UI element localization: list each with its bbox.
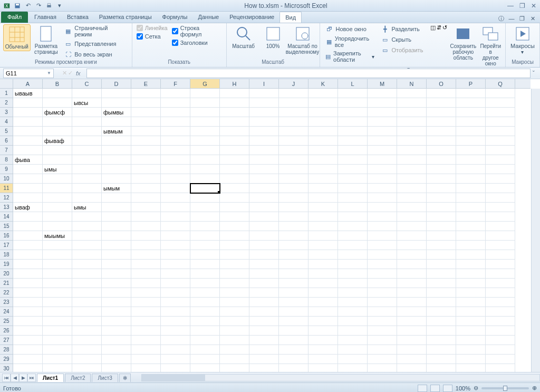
zoom-level[interactable]: 100% bbox=[456, 385, 470, 391]
cell-J3[interactable] bbox=[279, 108, 308, 117]
cell-D14[interactable] bbox=[102, 212, 131, 222]
cell-Q1[interactable] bbox=[486, 89, 515, 98]
cell-I18[interactable] bbox=[249, 250, 279, 260]
cell-L24[interactable] bbox=[338, 307, 368, 317]
cell-N18[interactable] bbox=[397, 250, 427, 260]
cell-L14[interactable] bbox=[338, 212, 368, 222]
cell-I5[interactable] bbox=[249, 127, 279, 136]
macros-button[interactable]: Макросы▾ bbox=[509, 24, 536, 56]
cell-H30[interactable] bbox=[220, 364, 249, 372]
cell-F5[interactable] bbox=[161, 127, 190, 136]
ribbon-close-icon[interactable]: ✕ bbox=[528, 14, 537, 23]
sheet-nav-last-icon[interactable]: ⏭ bbox=[27, 374, 36, 382]
cell-G12[interactable] bbox=[190, 193, 220, 203]
cell-P4[interactable] bbox=[456, 117, 486, 127]
cell-G18[interactable] bbox=[190, 250, 220, 260]
tab-pagelayout[interactable]: Разметка страницы bbox=[94, 12, 157, 23]
ribbon-restore-icon[interactable]: ❐ bbox=[518, 14, 526, 23]
cell-C7[interactable] bbox=[72, 146, 102, 155]
cell-M28[interactable] bbox=[368, 345, 397, 355]
row-header-8[interactable]: 8 bbox=[0, 155, 13, 165]
qat-save-icon[interactable] bbox=[13, 1, 22, 11]
restore-icon[interactable]: ❐ bbox=[518, 2, 526, 10]
cell-O1[interactable] bbox=[427, 89, 456, 98]
cell-B27[interactable] bbox=[43, 336, 72, 345]
cell-P15[interactable] bbox=[456, 222, 486, 231]
cell-L30[interactable] bbox=[338, 364, 368, 372]
cell-H13[interactable] bbox=[220, 203, 249, 212]
cell-K30[interactable] bbox=[308, 364, 338, 372]
row-header-9[interactable]: 9 bbox=[0, 165, 13, 174]
cell-B2[interactable] bbox=[43, 98, 72, 108]
row-header-17[interactable]: 17 bbox=[0, 241, 13, 250]
col-header-K[interactable]: K bbox=[308, 79, 338, 88]
cell-M12[interactable] bbox=[368, 193, 397, 203]
cell-G8[interactable] bbox=[190, 155, 220, 165]
cell-F3[interactable] bbox=[161, 108, 190, 117]
cell-J8[interactable] bbox=[279, 155, 308, 165]
cell-L13[interactable] bbox=[338, 203, 368, 212]
cell-P11[interactable] bbox=[456, 184, 486, 193]
cell-B5[interactable] bbox=[43, 127, 72, 136]
cell-E14[interactable] bbox=[131, 212, 161, 222]
cell-O15[interactable] bbox=[427, 222, 456, 231]
cell-A24[interactable] bbox=[13, 307, 43, 317]
cell-G11[interactable] bbox=[190, 184, 220, 193]
cell-L5[interactable] bbox=[338, 127, 368, 136]
cell-Q11[interactable] bbox=[486, 184, 515, 193]
cell-Q19[interactable] bbox=[486, 260, 515, 269]
cell-F8[interactable] bbox=[161, 155, 190, 165]
cell-O16[interactable] bbox=[427, 231, 456, 241]
cell-G26[interactable] bbox=[190, 326, 220, 336]
row-header-29[interactable]: 29 bbox=[0, 355, 13, 364]
new-window-button[interactable]: 🗗Новое окно bbox=[323, 24, 377, 34]
cell-H17[interactable] bbox=[220, 241, 249, 250]
cell-M17[interactable] bbox=[368, 241, 397, 250]
cell-N19[interactable] bbox=[397, 260, 427, 269]
cell-K11[interactable] bbox=[308, 184, 338, 193]
cell-N8[interactable] bbox=[397, 155, 427, 165]
cell-H9[interactable] bbox=[220, 165, 249, 174]
cell-O3[interactable] bbox=[427, 108, 456, 117]
cell-O21[interactable] bbox=[427, 279, 456, 288]
cell-C20[interactable] bbox=[72, 269, 102, 279]
qat-redo-icon[interactable]: ↷ bbox=[34, 1, 43, 11]
col-header-M[interactable]: M bbox=[368, 79, 397, 88]
cell-A20[interactable] bbox=[13, 269, 43, 279]
row-header-23[interactable]: 23 bbox=[0, 298, 13, 307]
cell-K24[interactable] bbox=[308, 307, 338, 317]
cell-L3[interactable] bbox=[338, 108, 368, 117]
view-pagelayout-icon[interactable] bbox=[430, 385, 440, 392]
cell-E4[interactable] bbox=[131, 117, 161, 127]
cell-D23[interactable] bbox=[102, 298, 131, 307]
cell-Q27[interactable] bbox=[486, 336, 515, 345]
cell-O2[interactable] bbox=[427, 98, 456, 108]
cell-G16[interactable] bbox=[190, 231, 220, 241]
cell-O4[interactable] bbox=[427, 117, 456, 127]
cell-N17[interactable] bbox=[397, 241, 427, 250]
cell-N23[interactable] bbox=[397, 298, 427, 307]
cell-C8[interactable] bbox=[72, 155, 102, 165]
cell-Q7[interactable] bbox=[486, 146, 515, 155]
row-header-24[interactable]: 24 bbox=[0, 307, 13, 317]
cell-I1[interactable] bbox=[249, 89, 279, 98]
cell-B19[interactable] bbox=[43, 260, 72, 269]
view-custom-button[interactable]: ▭Представления bbox=[62, 39, 129, 49]
col-header-E[interactable]: E bbox=[131, 79, 161, 88]
cell-K25[interactable] bbox=[308, 317, 338, 326]
cell-L6[interactable] bbox=[338, 136, 368, 146]
cell-E21[interactable] bbox=[131, 279, 161, 288]
cell-J9[interactable] bbox=[279, 165, 308, 174]
freeze-panes-button[interactable]: ▤Закрепить области ▾ bbox=[323, 50, 377, 63]
cell-K21[interactable] bbox=[308, 279, 338, 288]
cell-O8[interactable] bbox=[427, 155, 456, 165]
cell-L10[interactable] bbox=[338, 174, 368, 184]
cell-Q21[interactable] bbox=[486, 279, 515, 288]
cell-Q30[interactable] bbox=[486, 364, 515, 372]
cell-L2[interactable] bbox=[338, 98, 368, 108]
cell-A3[interactable] bbox=[13, 108, 43, 117]
cell-N6[interactable] bbox=[397, 136, 427, 146]
cell-D27[interactable] bbox=[102, 336, 131, 345]
cell-H10[interactable] bbox=[220, 174, 249, 184]
cell-E16[interactable] bbox=[131, 231, 161, 241]
